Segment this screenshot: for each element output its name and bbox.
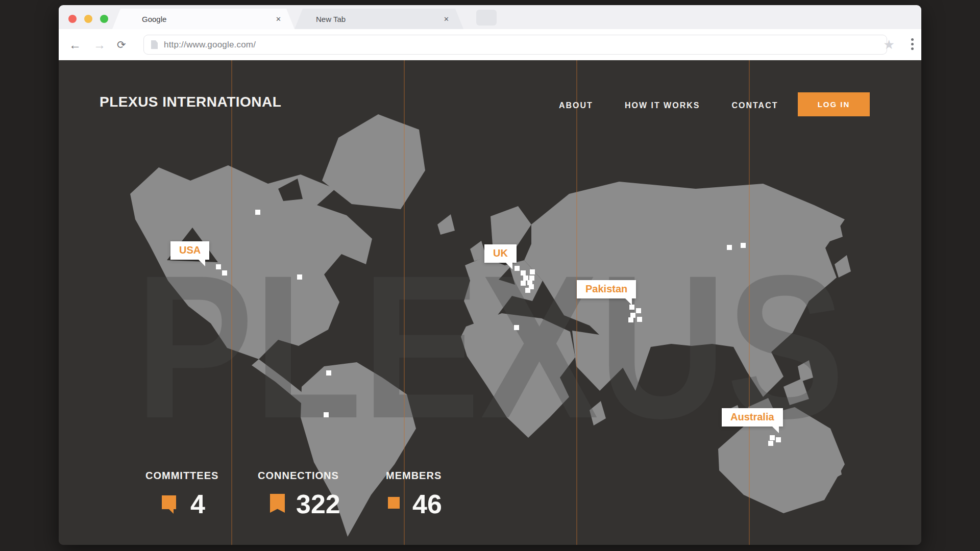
- close-window-button[interactable]: [68, 15, 77, 23]
- url-text[interactable]: http://www.google.com/: [164, 40, 256, 50]
- back-icon[interactable]: ←: [69, 29, 81, 60]
- map-marker-dot: [741, 243, 746, 248]
- map-marker-dot: [216, 264, 221, 269]
- map-marker-dot: [776, 437, 781, 442]
- tab-new-tab[interactable]: New Tab ✕: [295, 9, 463, 29]
- stat-label-committees: COMMITTEES: [145, 470, 218, 482]
- map-marker-dot: [768, 441, 773, 446]
- stat-value-connections: 322: [296, 489, 340, 519]
- stat-value-committees: 4: [190, 489, 205, 519]
- map-marker-dot: [628, 317, 633, 322]
- square-icon: [388, 497, 400, 509]
- new-tab-button[interactable]: [476, 10, 497, 26]
- decorative-gridline: [231, 60, 232, 545]
- nav-link-how-it-works[interactable]: HOW IT WORKS: [625, 101, 700, 110]
- map-marker-dot: [326, 370, 331, 375]
- browser-window: Google ✕ New Tab ✕ ← → ⟳ http://www.goog…: [59, 5, 921, 545]
- browser-menu-icon[interactable]: [911, 38, 914, 50]
- map-marker-dot: [222, 270, 227, 276]
- reload-icon[interactable]: ⟳: [117, 29, 126, 60]
- browser-toolbar: ← → ⟳ http://www.google.com/ ★: [59, 29, 921, 60]
- login-button[interactable]: LOG IN: [798, 92, 870, 116]
- bookmark-star-icon[interactable]: ★: [884, 29, 895, 60]
- decorative-gridline: [749, 60, 750, 545]
- tab-google[interactable]: Google ✕: [112, 9, 295, 29]
- close-tab-icon[interactable]: ✕: [276, 15, 281, 23]
- map-marker-dot: [636, 308, 641, 313]
- main-nav: ABOUT HOW IT WORKS CONTACT: [559, 101, 778, 110]
- map-marker-dot: [727, 245, 732, 250]
- map-label-usa[interactable]: USA: [170, 241, 209, 260]
- map-marker-dot: [324, 412, 329, 417]
- tab-title: Google: [142, 15, 166, 23]
- map-label-uk[interactable]: UK: [484, 244, 517, 263]
- minimize-window-button[interactable]: [84, 15, 92, 23]
- stat-label-members: MEMBERS: [386, 470, 442, 482]
- map-marker-dot: [514, 325, 519, 330]
- nav-link-about[interactable]: ABOUT: [559, 101, 593, 110]
- decorative-gridline: [576, 60, 577, 545]
- chat-bubble-icon: [162, 495, 176, 509]
- maximize-window-button[interactable]: [100, 15, 108, 23]
- site-header: PLEXUS INTERNATIONAL ABOUT HOW IT WORKS …: [59, 60, 921, 127]
- site-logo: PLEXUS INTERNATIONAL: [100, 94, 281, 110]
- map-marker-dot: [530, 269, 535, 274]
- map-marker-dot: [521, 270, 526, 276]
- nav-link-contact[interactable]: CONTACT: [731, 101, 778, 110]
- map-marker-dot: [637, 317, 642, 322]
- map-marker-dot: [297, 274, 302, 280]
- map-label-australia[interactable]: Australia: [722, 408, 783, 427]
- map-marker-dot: [255, 210, 260, 215]
- map-marker-dot: [629, 305, 634, 310]
- map-marker-dot: [514, 266, 520, 271]
- map-marker-dot: [770, 435, 775, 440]
- map-marker-dot: [521, 281, 526, 286]
- map-label-pakistan[interactable]: Pakistan: [577, 280, 636, 298]
- close-tab-icon[interactable]: ✕: [444, 15, 449, 23]
- stat-label-connections: CONNECTIONS: [258, 470, 339, 482]
- page-content: PLEXUS USA UK Pakistan Australia PLEXUS …: [59, 60, 921, 545]
- tab-title: New Tab: [316, 15, 346, 23]
- address-bar[interactable]: http://www.google.com/: [143, 35, 887, 55]
- map-marker-dot: [525, 288, 530, 293]
- forward-icon[interactable]: →: [93, 29, 106, 60]
- page-document-icon: [151, 40, 158, 49]
- stat-value-members: 46: [412, 489, 442, 519]
- tab-strip: Google ✕ New Tab ✕: [59, 5, 921, 29]
